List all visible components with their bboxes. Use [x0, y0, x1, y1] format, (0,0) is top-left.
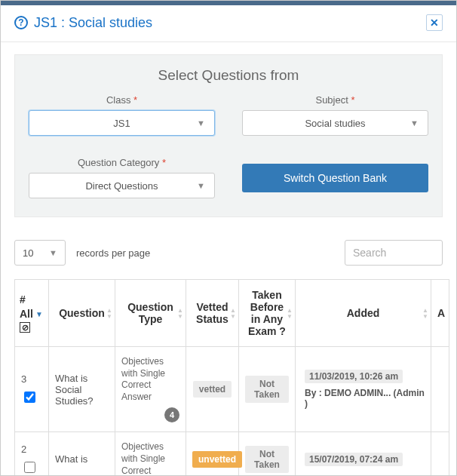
question-type: Objectives with Single Correct — [121, 441, 179, 476]
switch-question-bank-button[interactable]: Switch Question Bank — [242, 164, 428, 192]
close-button[interactable]: ✕ — [426, 14, 443, 31]
col-extra[interactable]: A — [431, 280, 449, 347]
row-select-checkbox[interactable] — [24, 462, 35, 473]
col-index[interactable]: # All▼ ⊘ — [15, 280, 49, 347]
questions-table: # All▼ ⊘ Question ▲▼ Question Type ▲▼ Ve… — [14, 279, 449, 476]
extra-cell — [431, 347, 449, 432]
sort-icon: ▲▼ — [106, 308, 112, 319]
select-all-checkbox[interactable]: ⊘ — [20, 322, 30, 333]
subject-label: Subject * — [315, 94, 354, 106]
vetted-status-badge: unvetted — [192, 451, 242, 468]
col-vetted[interactable]: Vetted Status ▲▼ — [186, 280, 239, 347]
caret-down-icon: ▼ — [49, 248, 57, 257]
taken-status-badge: Not Taken — [245, 446, 289, 473]
sort-icon: ▲▼ — [422, 308, 428, 319]
extra-cell — [431, 432, 449, 476]
row-index: 3 — [21, 373, 26, 385]
sort-icon: ▲▼ — [177, 308, 183, 319]
modal-title-text: JS1 : Social studies — [34, 15, 152, 31]
question-cell: What is Social Studies? — [49, 347, 115, 432]
page-size-value: 10 — [23, 247, 33, 259]
table-row: 2 What is Objectives with Single Correct… — [15, 432, 449, 476]
col-taken[interactable]: Taken Before in Any Exam ? ▲▼ — [239, 280, 296, 347]
category-label: Question Category * — [78, 157, 166, 168]
category-select-value: Direct Questions — [85, 180, 158, 192]
caret-down-icon: ▼ — [410, 118, 419, 127]
help-icon[interactable]: ? — [14, 16, 28, 29]
sort-icon: ▲▼ — [230, 308, 236, 319]
col-question[interactable]: Question ▲▼ — [49, 280, 115, 347]
category-select[interactable]: Direct Questions ▼ — [29, 173, 215, 198]
modal-header: ? JS1 : Social studies ✕ — [1, 5, 456, 42]
added-by: By : DEMO ADMIN... (Admin ) — [305, 388, 425, 409]
row-select-checkbox[interactable] — [24, 392, 35, 403]
caret-down-icon: ▼ — [197, 181, 205, 190]
question-type: Objectives with Single Correct Answer — [121, 356, 179, 403]
taken-status-badge: Not Taken — [245, 376, 289, 403]
table-row: 3 What is Social Studies? Objectives wit… — [15, 347, 449, 432]
filter-heading: Select Questions from — [29, 67, 428, 84]
sort-icon: ▲▼ — [287, 308, 293, 319]
subject-select[interactable]: Social studies ▼ — [242, 110, 428, 136]
caret-down-icon: ▼ — [197, 118, 205, 127]
added-date: 11/03/2019, 10:26 am — [305, 370, 403, 383]
class-select-value: JS1 — [113, 118, 130, 129]
class-label: Class * — [106, 94, 137, 106]
filter-panel: Select Questions from Class * JS1 ▼ Subj… — [14, 54, 443, 217]
search-input[interactable] — [345, 240, 443, 266]
option-count-badge: 4 — [164, 407, 179, 422]
class-select[interactable]: JS1 ▼ — [29, 110, 215, 136]
question-cell: What is — [49, 432, 115, 476]
per-page-label: records per page — [76, 247, 150, 259]
col-question-type[interactable]: Question Type ▲▼ — [115, 280, 186, 347]
added-date: 15/07/2019, 07:24 am — [305, 453, 403, 466]
subject-select-value: Social studies — [305, 118, 365, 129]
sort-caret-icon: ▼ — [35, 310, 43, 318]
col-added[interactable]: Added ▲▼ — [296, 280, 431, 347]
page-size-select[interactable]: 10 ▼ — [14, 240, 66, 266]
vetted-status-badge: vetted — [193, 381, 232, 398]
row-index: 2 — [21, 444, 26, 455]
